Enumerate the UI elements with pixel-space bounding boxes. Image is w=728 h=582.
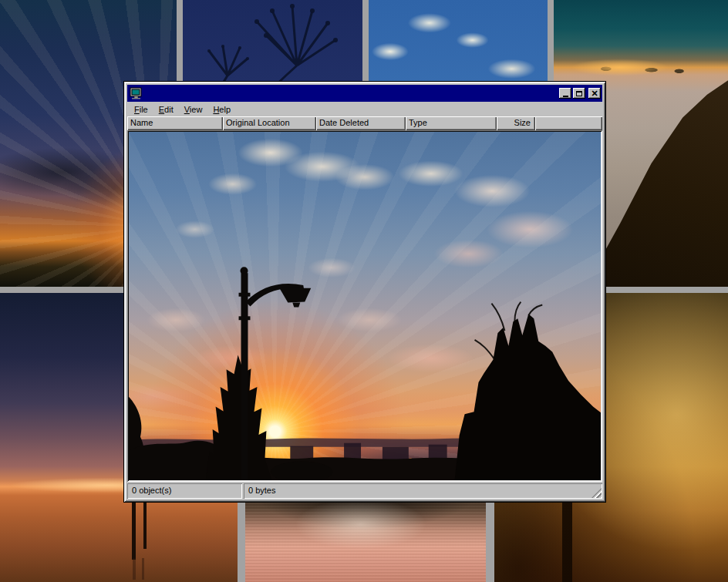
recycle-bin-window: ✕ File Edit View Help Name Original Loca… <box>123 81 606 503</box>
maximize-button[interactable] <box>573 88 585 99</box>
column-header-date-deleted[interactable]: Date Deleted <box>316 116 406 130</box>
minimize-button[interactable] <box>559 88 571 99</box>
column-header-original-location[interactable]: Original Location <box>223 116 316 130</box>
status-bytes: 0 bytes <box>244 483 602 499</box>
menu-file[interactable]: File <box>129 103 153 116</box>
menu-view[interactable]: View <box>179 103 208 116</box>
resize-grip[interactable] <box>592 488 602 498</box>
menu-bar: File Edit View Help <box>127 102 602 116</box>
minimize-icon <box>563 96 568 97</box>
menu-help[interactable]: Help <box>207 103 236 116</box>
lake-pole-reflection <box>131 558 148 580</box>
close-icon: ✕ <box>591 89 598 97</box>
photo-silhouettes <box>129 132 601 480</box>
column-header-filler <box>535 116 602 130</box>
column-header-size[interactable]: Size <box>497 116 535 130</box>
status-objects: 0 object(s) <box>127 483 242 499</box>
close-button[interactable]: ✕ <box>588 88 601 99</box>
computer-icon <box>130 87 143 99</box>
lake-pole <box>132 498 136 560</box>
status-bar: 0 object(s) 0 bytes <box>127 483 602 499</box>
sunset-streetlamp-photo <box>129 132 601 480</box>
maximize-icon <box>576 91 582 96</box>
column-header-row: Name Original Location Date Deleted Type… <box>127 116 602 130</box>
column-header-name[interactable]: Name <box>127 116 223 130</box>
menu-edit[interactable]: Edit <box>153 103 179 116</box>
list-view-area[interactable] <box>127 130 602 482</box>
column-header-type[interactable]: Type <box>406 116 497 130</box>
title-bar[interactable]: ✕ <box>127 85 602 102</box>
